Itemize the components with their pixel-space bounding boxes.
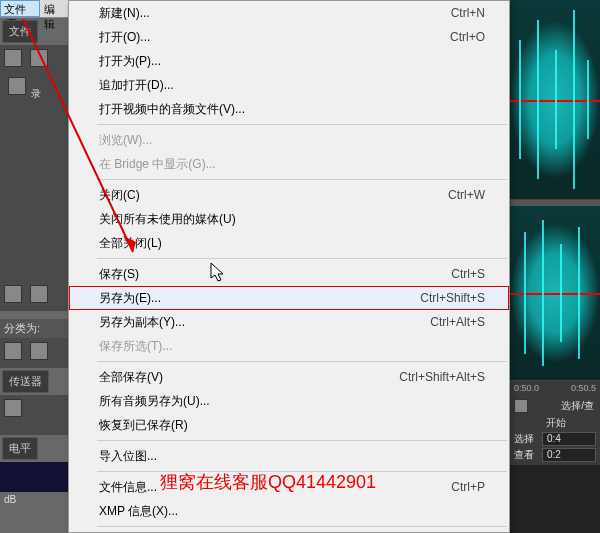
menu-item-shortcut: Ctrl+Shift+S	[420, 290, 485, 306]
select-row: 选择 0:4	[512, 431, 598, 447]
menu-item-shortcut: Ctrl+N	[451, 5, 485, 21]
new-file-icon[interactable]	[4, 49, 22, 67]
menu-item[interactable]: 保存(S)Ctrl+S	[69, 262, 509, 286]
menu-item-label: 所有音频另存为(U)...	[99, 393, 210, 409]
menubar: 文件(F) 编辑	[0, 0, 68, 18]
cat-icon-1[interactable]	[4, 342, 22, 360]
menu-item[interactable]: 新建(N)...Ctrl+N	[69, 1, 509, 25]
waveform-track-2[interactable]	[510, 206, 600, 381]
menu-item-shortcut: Ctrl+P	[451, 479, 485, 495]
menu-item-shortcut: Ctrl+W	[448, 187, 485, 203]
menu-separator	[97, 526, 507, 527]
db-label: dB	[0, 492, 68, 507]
select-label: 选择	[514, 432, 542, 446]
sidebar: 文件(F) 编辑 文件 录 分类为: 传送器 电平 dB	[0, 0, 68, 533]
menu-item-shortcut: Ctrl+Shift+Alt+S	[399, 369, 485, 385]
menu-item[interactable]: 另存为(E)...Ctrl+Shift+S	[69, 286, 509, 310]
menu-item[interactable]: 另存为副本(Y)...Ctrl+Alt+S	[69, 310, 509, 334]
selection-panel: 选择/查 开始 选择 0:4 查看 0:2	[510, 395, 600, 465]
view-label: 查看	[514, 448, 542, 462]
menu-item[interactable]: 全部关闭(L)	[69, 231, 509, 255]
menu-item-label: 全部关闭(L)	[99, 235, 162, 251]
panel-tab-level[interactable]: 电平	[2, 437, 38, 460]
menu-item-label: XMP 信息(X)...	[99, 503, 178, 519]
menu-item[interactable]: 打开视频中的音频文件(V)...	[69, 97, 509, 121]
menu-item: 保存所选(T)...	[69, 334, 509, 358]
menu-item[interactable]: 导入位图...	[69, 444, 509, 468]
time-mark: 0:50.0	[514, 383, 539, 393]
menu-item-label: 浏览(W)...	[99, 132, 152, 148]
trash-icon[interactable]	[30, 285, 48, 303]
menu-file[interactable]: 文件(F)	[0, 0, 40, 17]
record-row[interactable]: 录	[2, 73, 66, 103]
menu-item-label: 打开视频中的音频文件(V)...	[99, 101, 245, 117]
menu-item[interactable]: 关闭所有未使用的媒体(U)	[69, 207, 509, 231]
files-panel: 录	[0, 45, 68, 311]
menu-item-label: 在 Bridge 中显示(G)...	[99, 156, 216, 172]
menu-item-label: 追加打开(D)...	[99, 77, 174, 93]
menu-item-label: 关闭(C)	[99, 187, 140, 203]
select-value[interactable]: 0:4	[542, 432, 596, 446]
file-menu-dropdown: 新建(N)...Ctrl+N打开(O)...Ctrl+O打开为(P)...追加打…	[68, 0, 510, 533]
timeline-ruler: 0:50.0 0:50.5	[510, 381, 600, 395]
level-meter	[0, 462, 68, 492]
waveform-area: 0:50.0 0:50.5 选择/查 开始 选择 0:4 查看 0:2	[510, 0, 600, 533]
menu-item-label: 关闭所有未使用的媒体(U)	[99, 211, 236, 227]
view-value[interactable]: 0:2	[542, 448, 596, 462]
menu-item[interactable]: XMP 信息(X)...	[69, 499, 509, 523]
time-mark: 0:50.5	[571, 383, 596, 393]
play-icon[interactable]	[4, 285, 22, 303]
menu-item-label: 新建(N)...	[99, 5, 150, 21]
menu-item-shortcut: Ctrl+Alt+S	[430, 314, 485, 330]
menu-item[interactable]: 打开为(P)...	[69, 49, 509, 73]
menu-item-shortcut: Ctrl+O	[450, 29, 485, 45]
menu-item-shortcut: Ctrl+S	[451, 266, 485, 282]
menu-item-label: 打开为(P)...	[99, 53, 161, 69]
selection-tab[interactable]: 选择/查	[557, 397, 598, 415]
menu-separator	[97, 124, 507, 125]
start-header-row: 开始	[512, 415, 598, 431]
menu-separator	[97, 179, 507, 180]
menu-item-label: 另存为副本(Y)...	[99, 314, 185, 330]
waveform-track-1[interactable]	[510, 0, 600, 200]
cat-icon-2[interactable]	[30, 342, 48, 360]
menu-item[interactable]: 关闭(C)Ctrl+W	[69, 183, 509, 207]
menu-item-label: 保存所选(T)...	[99, 338, 172, 354]
transport-play-icon[interactable]	[4, 399, 22, 417]
category-icons	[0, 338, 68, 368]
menu-edit[interactable]: 编辑	[40, 0, 68, 17]
menu-item[interactable]: 所有音频另存为(U)...	[69, 389, 509, 413]
menu-item[interactable]: 全部保存(V)Ctrl+Shift+Alt+S	[69, 365, 509, 389]
menu-item-label: 导入位图...	[99, 448, 157, 464]
menu-item[interactable]: 恢复到已保存(R)	[69, 413, 509, 437]
menu-item-label: 文件信息...	[99, 479, 157, 495]
menu-item[interactable]: 追加打开(D)...	[69, 73, 509, 97]
menu-item-label: 打开(O)...	[99, 29, 150, 45]
transport-panel	[0, 395, 68, 435]
menu-item: 浏览(W)...	[69, 128, 509, 152]
menu-item-label: 保存(S)	[99, 266, 139, 282]
menu-separator	[97, 258, 507, 259]
menu-item-label: 另存为(E)...	[99, 290, 161, 306]
menu-item-label: 恢复到已保存(R)	[99, 417, 188, 433]
record-icon[interactable]	[8, 77, 26, 95]
menu-item: 在 Bridge 中显示(G)...	[69, 152, 509, 176]
menu-item[interactable]: 打开(O)...Ctrl+O	[69, 25, 509, 49]
menu-separator	[97, 361, 507, 362]
menu-item-label: 全部保存(V)	[99, 369, 163, 385]
category-label: 分类为:	[0, 319, 68, 338]
menu-separator	[97, 440, 507, 441]
selection-play-icon[interactable]	[514, 399, 528, 413]
panel-tab-transport[interactable]: 传送器	[2, 370, 49, 393]
watermark-text: 狸窝在线客服QQ41442901	[160, 470, 376, 494]
view-row: 查看 0:2	[512, 447, 598, 463]
open-file-icon[interactable]	[30, 49, 48, 67]
panel-tab-files[interactable]: 文件	[2, 20, 38, 43]
